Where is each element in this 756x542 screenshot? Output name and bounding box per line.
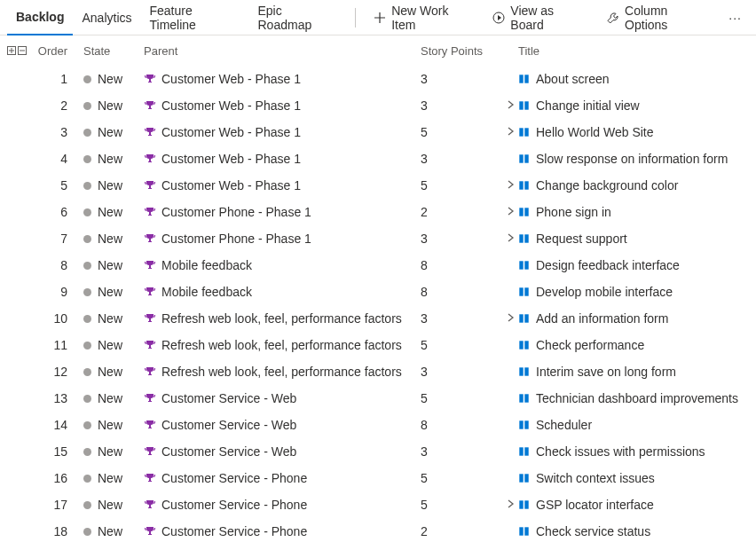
cell-title[interactable]: Check performance [518, 338, 756, 352]
cell-parent[interactable]: Customer Web - Phase 1 [144, 98, 417, 113]
table-row[interactable]: 15 New Customer Service - Web 3 Check is… [0, 438, 756, 465]
state-label: New [98, 232, 122, 246]
cell-title[interactable]: Slow response on information form [518, 152, 756, 166]
title-text: Request support [536, 232, 627, 246]
cell-parent[interactable]: Customer Service - Phone [144, 471, 417, 485]
overflow-menu-button[interactable]: ··· [721, 11, 749, 25]
table-row[interactable]: 3 New Customer Web - Phase 1 5 Hello Wor… [0, 119, 756, 145]
cell-parent[interactable]: Customer Phone - Phase 1 [144, 205, 417, 219]
tab-epic-roadmap[interactable]: Epic Roadmap [249, 0, 347, 35]
tab-backlog[interactable]: Backlog [7, 1, 73, 35]
title-text: Develop mobile interface [536, 285, 673, 299]
expand-chevron-icon[interactable] [506, 178, 515, 192]
table-row[interactable]: 6 New Customer Phone - Phase 1 2 Phone s… [0, 199, 756, 225]
cell-parent[interactable]: Mobile feedback [144, 285, 417, 299]
table-row[interactable]: 9 New Mobile feedback 8 Develop mobile i… [0, 279, 756, 305]
collapse-all-icon[interactable] [18, 46, 27, 55]
table-row[interactable]: 18 New Customer Service - Phone 2 Check … [0, 518, 756, 542]
table-row[interactable]: 8 New Mobile feedback 8 Design feedback … [0, 252, 756, 279]
cell-title[interactable]: Phone sign in [518, 205, 756, 219]
cell-parent[interactable]: Customer Web - Phase 1 [144, 125, 417, 139]
cell-title[interactable]: Check service status [518, 524, 756, 538]
expand-all-icon[interactable] [7, 46, 16, 55]
book-icon [518, 153, 530, 164]
table-row[interactable]: 13 New Customer Service - Web 5 Technici… [0, 385, 756, 412]
column-header-order[interactable]: Order [34, 44, 83, 58]
column-header-state[interactable]: State [83, 44, 144, 58]
cell-state: New [83, 444, 144, 459]
cell-title[interactable]: Add an information form [518, 311, 756, 326]
cell-story-points: 5 [417, 338, 502, 352]
cell-parent[interactable]: Customer Web - Phase 1 [144, 72, 417, 86]
tab-analytics[interactable]: Analytics [73, 0, 140, 35]
cell-state: New [83, 524, 144, 538]
cell-title[interactable]: Change background color [518, 178, 756, 192]
cell-title[interactable]: Interim save on long form [518, 365, 756, 379]
cell-title[interactable]: Check issues with permissions [518, 444, 756, 459]
cell-title[interactable]: Scheduler [518, 418, 756, 432]
cell-parent[interactable]: Customer Service - Web [144, 391, 417, 405]
cell-parent[interactable]: Refresh web look, feel, performance fact… [144, 338, 417, 352]
expand-chevron-icon[interactable] [506, 125, 515, 139]
column-header-parent[interactable]: Parent [144, 44, 417, 58]
table-row[interactable]: 17 New Customer Service - Phone 5 GSP lo… [0, 491, 756, 518]
table-row[interactable]: 1 New Customer Web - Phase 1 3 About scr… [0, 66, 756, 92]
cell-state: New [83, 125, 144, 139]
cell-story-points: 8 [417, 418, 502, 432]
cell-title[interactable]: Request support [518, 232, 756, 246]
cell-title[interactable]: About screen [518, 72, 756, 86]
cell-parent[interactable]: Mobile feedback [144, 258, 417, 272]
state-label: New [98, 178, 122, 192]
table-row[interactable]: 14 New Customer Service - Web 8 Schedule… [0, 412, 756, 438]
new-work-item-button[interactable]: New Work Item [365, 0, 484, 35]
parent-text: Mobile feedback [161, 258, 252, 272]
column-options-button[interactable]: Column Options [598, 0, 721, 35]
cell-parent[interactable]: Customer Service - Web [144, 418, 417, 432]
cell-parent[interactable]: Customer Phone - Phase 1 [144, 232, 417, 246]
cell-title[interactable]: Hello World Web Site [518, 125, 756, 139]
column-header-story-points[interactable]: Story Points [417, 44, 502, 58]
column-header-title[interactable]: Title [518, 44, 756, 58]
cell-title[interactable]: Design feedback interface [518, 258, 756, 272]
table-row[interactable]: 10 New Refresh web look, feel, performan… [0, 305, 756, 332]
cell-parent[interactable]: Refresh web look, feel, performance fact… [144, 311, 417, 326]
board-icon [492, 12, 505, 24]
cell-parent[interactable]: Customer Web - Phase 1 [144, 178, 417, 192]
cell-order: 3 [34, 125, 83, 139]
state-dot-icon [83, 182, 91, 190]
trophy-icon [144, 180, 155, 192]
tab-feature-timeline[interactable]: Feature Timeline [141, 0, 249, 35]
cell-parent[interactable]: Customer Web - Phase 1 [144, 152, 417, 166]
view-as-board-button[interactable]: View as Board [484, 0, 598, 35]
table-row[interactable]: 12 New Refresh web look, feel, performan… [0, 358, 756, 385]
state-dot-icon [83, 395, 91, 403]
cell-title[interactable]: GSP locator interface [518, 498, 756, 512]
cell-parent[interactable]: Customer Service - Web [144, 444, 417, 459]
cell-title[interactable]: Change initial view [518, 98, 756, 113]
cell-parent[interactable]: Customer Service - Phone [144, 524, 417, 538]
cell-story-points: 5 [417, 178, 502, 192]
table-row[interactable]: 11 New Refresh web look, feel, performan… [0, 332, 756, 358]
table-row[interactable]: 5 New Customer Web - Phase 1 5 Change ba… [0, 172, 756, 199]
table-row[interactable]: 4 New Customer Web - Phase 1 3 Slow resp… [0, 145, 756, 172]
title-text: Slow response on information form [536, 152, 728, 166]
table-row[interactable]: 16 New Customer Service - Phone 5 Switch… [0, 465, 756, 491]
expand-chevron-icon[interactable] [506, 498, 515, 512]
state-dot-icon [83, 288, 91, 296]
table-row[interactable]: 7 New Customer Phone - Phase 1 3 Request… [0, 225, 756, 252]
expand-chevron-icon[interactable] [506, 232, 515, 246]
cell-title[interactable]: Switch context issues [518, 471, 756, 485]
cell-title[interactable]: Develop mobile interface [518, 285, 756, 299]
cell-state: New [83, 72, 144, 86]
cell-story-points: 2 [417, 205, 502, 219]
expand-chevron-icon[interactable] [506, 205, 515, 219]
cell-title[interactable]: Technician dashboard improvements [518, 391, 756, 405]
cell-state: New [83, 258, 144, 272]
expand-chevron-icon[interactable] [506, 311, 515, 326]
expand-chevron-icon[interactable] [506, 98, 515, 113]
trophy-icon [144, 446, 155, 458]
cell-parent[interactable]: Refresh web look, feel, performance fact… [144, 365, 417, 379]
cell-parent[interactable]: Customer Service - Phone [144, 498, 417, 512]
cell-order: 6 [34, 205, 83, 219]
table-row[interactable]: 2 New Customer Web - Phase 1 3 Change in… [0, 92, 756, 119]
